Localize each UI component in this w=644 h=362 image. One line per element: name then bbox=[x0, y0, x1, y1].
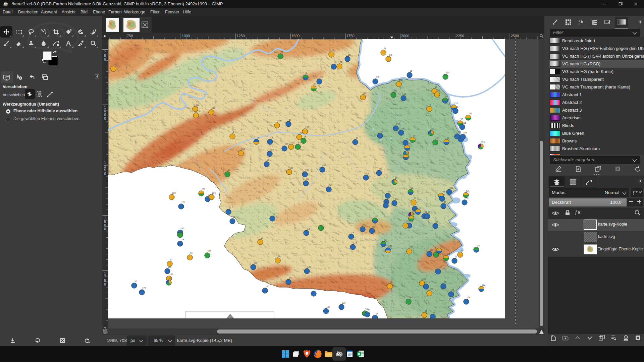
svg-text:11: 11 bbox=[273, 213, 275, 216]
svg-text:17: 17 bbox=[229, 206, 231, 209]
svg-text:73: 73 bbox=[314, 83, 317, 85]
svg-text:183: 183 bbox=[388, 190, 392, 193]
svg-text:165: 165 bbox=[270, 148, 274, 151]
svg-text:133: 133 bbox=[482, 284, 485, 286]
svg-text:140: 140 bbox=[323, 164, 326, 167]
svg-text:199: 199 bbox=[208, 250, 211, 252]
svg-text:152: 152 bbox=[430, 288, 433, 290]
svg-text:25: 25 bbox=[410, 70, 413, 72]
svg-text:59: 59 bbox=[425, 310, 427, 312]
svg-text:157: 157 bbox=[436, 137, 439, 139]
svg-text:52: 52 bbox=[466, 190, 469, 192]
svg-text:56: 56 bbox=[372, 226, 375, 228]
svg-text:0: 0 bbox=[104, 172, 106, 176]
svg-text:191: 191 bbox=[348, 54, 352, 56]
svg-text:148: 148 bbox=[168, 266, 171, 268]
svg-text:105: 105 bbox=[307, 228, 310, 230]
svg-text:59: 59 bbox=[180, 230, 183, 232]
svg-text:0: 0 bbox=[104, 116, 106, 120]
svg-text:163: 163 bbox=[449, 187, 453, 189]
svg-text:163: 163 bbox=[477, 244, 480, 247]
svg-text:1000: 1000 bbox=[182, 34, 190, 38]
svg-text:0: 0 bbox=[104, 282, 106, 286]
svg-text:26: 26 bbox=[451, 289, 454, 291]
svg-text:14: 14 bbox=[386, 200, 389, 202]
svg-text:120: 120 bbox=[481, 141, 485, 143]
svg-text:105: 105 bbox=[438, 266, 442, 268]
svg-text:70: 70 bbox=[390, 281, 393, 283]
svg-text:91: 91 bbox=[431, 128, 434, 130]
svg-text:65: 65 bbox=[332, 49, 334, 52]
svg-text:152: 152 bbox=[422, 278, 426, 280]
svg-text:166: 166 bbox=[114, 63, 117, 66]
svg-text:27: 27 bbox=[407, 148, 409, 150]
svg-text:42: 42 bbox=[461, 249, 463, 252]
svg-text:144: 144 bbox=[395, 177, 398, 179]
svg-text:9: 9 bbox=[430, 104, 431, 106]
svg-text:95: 95 bbox=[444, 281, 446, 283]
svg-text:78: 78 bbox=[411, 187, 414, 189]
svg-text:182: 182 bbox=[196, 104, 199, 106]
svg-text:1500: 1500 bbox=[291, 34, 300, 38]
svg-text:60: 60 bbox=[334, 61, 337, 64]
svg-text:42: 42 bbox=[356, 137, 358, 139]
svg-text:89: 89 bbox=[401, 127, 404, 130]
svg-text:146: 146 bbox=[469, 112, 472, 115]
svg-text:119: 119 bbox=[410, 220, 413, 223]
svg-text:77: 77 bbox=[415, 203, 418, 206]
svg-text:2000: 2000 bbox=[401, 34, 409, 38]
svg-text:61: 61 bbox=[233, 216, 235, 218]
svg-text:83: 83 bbox=[169, 277, 172, 280]
svg-text:95: 95 bbox=[442, 193, 445, 196]
svg-text:174: 174 bbox=[353, 242, 357, 244]
svg-text:93: 93 bbox=[363, 224, 366, 226]
svg-text:62: 62 bbox=[425, 211, 427, 213]
svg-text:104: 104 bbox=[314, 288, 318, 291]
svg-text:750: 750 bbox=[127, 34, 133, 38]
svg-text:90: 90 bbox=[291, 141, 294, 144]
svg-text:112: 112 bbox=[426, 281, 430, 284]
svg-text:34: 34 bbox=[329, 184, 332, 186]
svg-text:165: 165 bbox=[406, 220, 410, 223]
svg-text:140: 140 bbox=[265, 285, 269, 288]
svg-text:153: 153 bbox=[305, 126, 309, 128]
svg-text:0: 0 bbox=[104, 57, 106, 61]
svg-text:186: 186 bbox=[463, 122, 466, 124]
svg-text:44: 44 bbox=[228, 169, 230, 171]
svg-text:38: 38 bbox=[375, 312, 378, 315]
svg-text:9: 9 bbox=[306, 72, 307, 74]
svg-text:111: 111 bbox=[285, 143, 288, 145]
svg-text:99: 99 bbox=[379, 168, 382, 170]
svg-text:58: 58 bbox=[380, 130, 383, 133]
svg-text:38: 38 bbox=[340, 61, 342, 63]
svg-text:10: 10 bbox=[363, 92, 366, 94]
svg-text:186: 186 bbox=[169, 273, 173, 276]
svg-text:58: 58 bbox=[437, 89, 440, 92]
svg-text:179: 179 bbox=[181, 201, 185, 203]
svg-text:61: 61 bbox=[414, 197, 417, 199]
svg-text:139: 139 bbox=[305, 169, 309, 171]
svg-text:70: 70 bbox=[368, 309, 370, 311]
svg-text:193: 193 bbox=[254, 262, 257, 264]
svg-text:62: 62 bbox=[445, 95, 448, 98]
svg-text:142: 142 bbox=[212, 107, 215, 109]
svg-text:53: 53 bbox=[461, 118, 463, 120]
svg-text:192: 192 bbox=[320, 76, 323, 78]
svg-text:b: b bbox=[581, 20, 583, 24]
svg-text:2: 2 bbox=[104, 326, 106, 328]
svg-text:70: 70 bbox=[447, 137, 449, 139]
svg-text:74: 74 bbox=[298, 141, 301, 144]
svg-text:154: 154 bbox=[446, 71, 449, 74]
svg-text:1250: 1250 bbox=[236, 34, 245, 38]
svg-text:31: 31 bbox=[281, 51, 283, 53]
svg-text:65: 65 bbox=[306, 178, 309, 180]
svg-text:100: 100 bbox=[172, 192, 176, 194]
svg-text:145: 145 bbox=[180, 227, 184, 230]
svg-text:100: 100 bbox=[412, 209, 415, 212]
svg-text:172: 172 bbox=[395, 198, 398, 200]
svg-text:23: 23 bbox=[366, 172, 369, 175]
svg-text:166: 166 bbox=[212, 192, 216, 194]
svg-text:15: 15 bbox=[455, 255, 458, 258]
svg-text:71: 71 bbox=[384, 239, 386, 241]
svg-text:132: 132 bbox=[454, 102, 458, 105]
